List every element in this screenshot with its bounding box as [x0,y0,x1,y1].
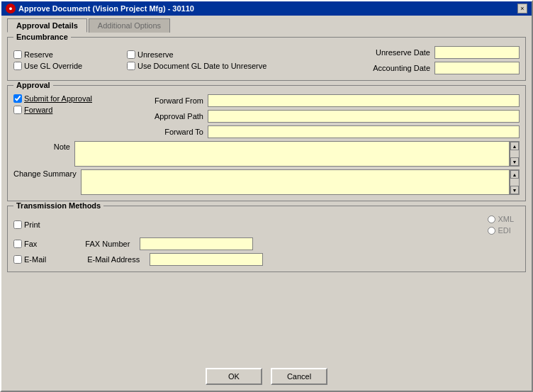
print-label: Print [24,220,40,229]
forward-from-row: Forward From [133,94,520,107]
cancel-button[interactable]: Cancel [271,368,327,385]
change-summary-scroll-up[interactable]: ▲ [510,170,519,179]
fax-row: Fax FAX Number [13,237,520,250]
unreserve-checkbox[interactable] [127,50,135,59]
email-check-row: E-Mail [13,255,46,264]
unreserve-date-input[interactable] [434,46,520,59]
use-gl-override-row: Use GL Override [13,62,127,70]
tab-approval-details[interactable]: Approval Details [7,18,87,33]
fax-checkbox[interactable] [13,240,22,248]
unreserve-date-label: Unreserve Date [359,48,430,57]
use-document-gl-checkbox[interactable] [127,62,135,70]
approval-path-input[interactable] [208,110,520,123]
submit-approval-row: Submit for Approval [13,94,127,103]
note-section: Note ▲ ▼ [13,141,520,167]
note-scroll-up[interactable]: ▲ [510,142,519,150]
change-summary-section: Change Summary ▲ ▼ [13,169,520,195]
change-summary-label: Change Summary [13,169,77,195]
approval-right: Forward From Approval Path Forward To [133,94,520,138]
unreserve-check-row: Unreserve [127,50,297,59]
use-gl-override-label: Use GL Override [24,62,82,70]
edi-label: EDI [498,226,510,235]
fax-check-row: Fax [13,240,37,248]
approval-path-label: Approval Path [133,112,203,121]
unreserve-date-row: Unreserve Date [359,46,520,59]
encumbrance-checks-right: Unreserve Use Document GL Date to Unrese… [127,50,297,70]
note-textarea[interactable] [74,141,510,167]
bottom-bar: OK Cancel [1,362,532,391]
tab-additional-options[interactable]: Additional Options [89,18,170,33]
forward-from-label: Forward From [133,96,203,105]
fax-number-input[interactable] [140,237,253,250]
approval-content: Submit for Approval Forward Forward From… [13,94,520,138]
change-summary-scrollbar: ▲ ▼ [510,169,520,195]
print-check-row: Print [13,220,40,229]
submit-approval-label: Submit for Approval [24,94,92,103]
encumbrance-checks-left: Reserve Use GL Override [13,50,127,70]
unreserve-label: Unreserve [138,50,174,59]
encumbrance-legend: Encumbrance [13,33,71,41]
email-label: E-Mail [24,255,46,264]
email-checkbox[interactable] [13,255,22,264]
use-document-gl-row: Use Document GL Date to Unreserve [127,62,297,70]
app-icon: ● [6,4,16,13]
note-with-scroll: ▲ ▼ [74,141,520,167]
transmission-section: Transmission Methods Print XML [7,206,526,272]
use-gl-override-checkbox[interactable] [13,62,22,70]
xml-label: XML [498,215,514,223]
approval-legend: Approval [13,81,53,89]
approval-section: Approval Submit for Approval Forward For… [7,85,526,201]
email-address-input[interactable] [150,253,263,266]
accounting-date-label: Accounting Date [359,64,430,72]
encumbrance-dates: Unreserve Date Accounting Date [359,46,520,74]
edi-radio-row: EDI [488,226,514,235]
print-checkbox[interactable] [13,220,22,229]
xml-edi-group: XML EDI [488,215,520,235]
content-area: Encumbrance Reserve Use GL Override [1,33,532,362]
use-document-gl-label: Use Document GL Date to Unreserve [138,62,266,70]
main-window: ● Approve Document (Vision Project Mfg) … [0,0,533,392]
forward-to-label: Forward To [133,128,203,136]
forward-row: Forward [13,106,127,114]
transmission-legend: Transmission Methods [13,201,103,210]
xml-radio[interactable] [488,215,495,223]
title-bar-left: ● Approve Document (Vision Project Mfg) … [6,4,194,13]
email-row: E-Mail E-Mail Address [13,253,520,266]
forward-to-row: Forward To [133,125,520,138]
close-button[interactable]: × [517,4,527,13]
reserve-checkbox[interactable] [13,50,22,59]
fax-label: Fax [24,240,37,248]
ok-button[interactable]: OK [206,368,262,385]
note-label: Note [13,141,70,167]
encumbrance-row: Reserve Use GL Override Unreserve Use Do… [13,46,520,74]
approval-left: Submit for Approval Forward [13,94,127,138]
window-title: Approve Document (Vision Project Mfg) - … [18,4,194,13]
email-address-label: E-Mail Address [87,255,140,264]
reserve-check-row: Reserve [13,50,127,59]
forward-label: Forward [24,106,52,114]
change-summary-textarea[interactable] [81,169,510,195]
change-summary-with-scroll: ▲ ▼ [81,169,520,195]
accounting-date-row: Accounting Date [359,62,520,74]
accounting-date-input[interactable] [434,62,520,74]
xml-radio-row: XML [488,215,514,223]
submit-approval-checkbox[interactable] [13,94,22,103]
print-row: Print XML EDI [13,215,520,235]
change-summary-scroll-down[interactable]: ▼ [510,186,519,194]
note-scroll-down[interactable]: ▼ [510,157,519,166]
approval-path-row: Approval Path [133,110,520,123]
note-scrollbar: ▲ ▼ [510,141,520,167]
transmission-content: Print XML EDI [13,215,520,266]
edi-radio[interactable] [488,227,495,235]
tab-bar: Approval Details Additional Options [1,16,532,33]
title-bar: ● Approve Document (Vision Project Mfg) … [1,1,532,16]
encumbrance-section: Encumbrance Reserve Use GL Override [7,37,526,81]
forward-checkbox[interactable] [13,106,22,114]
fax-number-label: FAX Number [85,240,130,248]
forward-from-input[interactable] [208,94,520,107]
forward-to-input[interactable] [208,125,520,138]
reserve-label: Reserve [24,50,53,59]
